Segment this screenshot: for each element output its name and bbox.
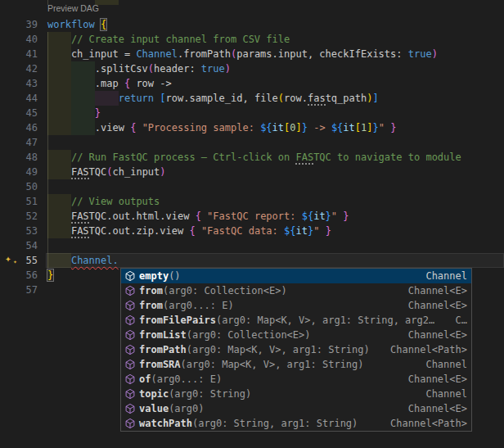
- suggestion-params: (arg0: String): [169, 388, 251, 400]
- line-number: 50: [0, 179, 46, 194]
- code-token: }: [326, 210, 331, 222]
- code-token: row.sample_id, file: [166, 93, 278, 104]
- code-token: workflow: [47, 19, 101, 30]
- code-token: params.input, checkIfExists:: [236, 48, 408, 60]
- line-text[interactable]: }: [46, 106, 504, 120]
- code-token: it: [296, 225, 308, 237]
- suggestion-item-empty[interactable]: empty()Channel: [121, 269, 471, 283]
- suggest-widget: empty()Channel from(arg0: Collection<E>)…: [120, 268, 472, 432]
- suggestion-return-type: Channel: [419, 270, 467, 282]
- line-text[interactable]: Channel.: [46, 253, 504, 268]
- code-token: [136, 122, 142, 133]
- suggestion-item-watchPath[interactable]: watchPath(arg0: String, arg1: String)Cha…: [121, 416, 471, 431]
- suggestion-item-fromPath[interactable]: fromPath(arg0: Map<K, V>, arg1: String)C…: [121, 342, 471, 357]
- code-token: }: [302, 122, 308, 133]
- suggestion-name: from: [139, 300, 163, 311]
- line-number: 44: [0, 91, 46, 106]
- code-token: [: [160, 93, 165, 104]
- suggestion-item-from[interactable]: from(arg0...: E)Channel<E>: [121, 298, 471, 313]
- suggestion-return-type: Channel<E>: [402, 285, 467, 296]
- suggestion-item-fromFilePairs[interactable]: fromFilePairs(arg0: Map<K, V>, arg1: Str…: [121, 313, 471, 328]
- method-cube-icon: [124, 299, 137, 312]
- code-token: (: [148, 63, 154, 75]
- suggestion-return-type: Channel<E>: [402, 329, 467, 341]
- line-text[interactable]: [46, 179, 504, 194]
- suggestion-name: from: [139, 285, 163, 296]
- line-text[interactable]: [46, 238, 504, 253]
- code-token: [47, 225, 71, 237]
- code-token: (: [106, 166, 112, 178]
- suggestion-return-type: Channel<E>: [402, 300, 467, 311]
- line-number: 40: [0, 32, 46, 47]
- code-token: FAS: [71, 210, 89, 224]
- line-text[interactable]: // Create input channel from CSV file: [46, 32, 504, 47]
- suggestion-item-of[interactable]: of(arg0...: E)Channel<E>: [121, 372, 471, 387]
- code-line: 45 }: [0, 106, 504, 120]
- line-number: 48: [0, 150, 46, 165]
- code-token: "FastQC report:: [207, 210, 302, 222]
- line-text[interactable]: return [row.sample_id, file(row.fastq_pa…: [46, 91, 504, 106]
- code-token: ${: [284, 225, 295, 237]
- code-token: ${: [331, 122, 343, 133]
- code-editor[interactable]: ✦✦ Preview DAG 39workflow {40 // Create …: [0, 0, 504, 448]
- code-token: }: [95, 107, 101, 119]
- line-text[interactable]: .view { "Processing sample: ${it[0]} -> …: [46, 120, 504, 135]
- code-token: }: [372, 122, 378, 133]
- suggestion-params: (arg0: Collection<E>): [187, 329, 311, 341]
- suggestion-name: value: [139, 403, 169, 414]
- line-text[interactable]: // Run FastQC process — Ctrl-click on FA…: [46, 150, 504, 165]
- code-token: [: [355, 122, 361, 133]
- line-number: 43: [0, 76, 46, 91]
- code-line: 54: [0, 238, 504, 253]
- code-token: {: [196, 210, 201, 222]
- suggestion-return-type: Channel<Path>: [384, 418, 467, 429]
- line-text[interactable]: .splitCsv(header: true): [46, 61, 504, 76]
- code-token: [47, 196, 71, 207]
- suggestion-params: (arg0: Map<K, V>, arg1: String): [187, 344, 370, 355]
- method-cube-icon: [124, 284, 137, 297]
- codelens-preview-dag[interactable]: Preview DAG: [47, 3, 99, 13]
- method-cube-icon: [124, 373, 137, 386]
- suggestion-item-from[interactable]: from(arg0: Collection<E>)Channel<E>: [121, 283, 471, 298]
- suggestion-return-type: C…: [449, 315, 467, 326]
- line-text[interactable]: .map { row ->: [46, 76, 504, 91]
- code-token: return: [119, 93, 154, 104]
- line-number: 55: [0, 253, 46, 268]
- code-token: [196, 225, 201, 237]
- line-text[interactable]: [46, 135, 504, 150]
- suggestion-item-topic[interactable]: topic(arg0: String)Channel: [121, 387, 471, 401]
- suggestion-return-type: Channel: [419, 388, 467, 400]
- line-number: 57: [0, 283, 46, 297]
- line-number: 45: [0, 106, 46, 120]
- line-text[interactable]: FASTQC(ch_input): [46, 165, 504, 179]
- line-text[interactable]: FASTQC.out.zip.view { "FastQC data: ${it…: [46, 224, 504, 238]
- line-text[interactable]: workflow {: [46, 17, 504, 32]
- code-token: ]: [372, 93, 378, 104]
- code-token: .fromPath: [178, 48, 231, 60]
- code-token: FAS: [71, 225, 89, 238]
- code-token: {: [101, 19, 106, 30]
- code-token: it: [343, 122, 354, 133]
- suggestion-item-value[interactable]: value(arg0)Channel<E>: [121, 401, 471, 416]
- line-text[interactable]: ch_input = Channel.fromPath(params.input…: [46, 47, 504, 61]
- code-token: ]: [296, 122, 302, 133]
- code-line: 47: [0, 135, 504, 150]
- code-token: [47, 34, 71, 45]
- code-line: 39workflow {: [0, 17, 504, 32]
- code-token: ->: [308, 122, 331, 133]
- line-text[interactable]: FASTQC.out.html.view { "FastQC report: $…: [46, 209, 504, 224]
- suggestion-name: fromFilePairs: [139, 315, 216, 326]
- suggestion-params: (arg0: Map<K, V>, arg1: String, arg2…: [216, 315, 434, 326]
- code-line: 55 Channel.: [0, 253, 504, 268]
- code-token: // View outputs: [71, 196, 160, 207]
- suggestion-params: (arg0): [169, 403, 204, 414]
- line-text[interactable]: // View outputs: [46, 194, 504, 209]
- code-token: TQC.out.zip.view: [89, 225, 190, 237]
- suggestion-params: (): [169, 270, 180, 282]
- suggestion-item-fromSRA[interactable]: fromSRA(arg0: Map<K, V>, arg1: String)Ch…: [121, 357, 471, 372]
- suggestion-item-fromList[interactable]: fromList(arg0: Collection<E>)Channel<E>: [121, 328, 471, 342]
- code-line: 41 ch_input = Channel.fromPath(params.in…: [0, 47, 504, 61]
- method-cube-icon: [124, 358, 137, 371]
- code-line: 40 // Create input channel from CSV file: [0, 32, 504, 47]
- code-token: ": [379, 122, 385, 133]
